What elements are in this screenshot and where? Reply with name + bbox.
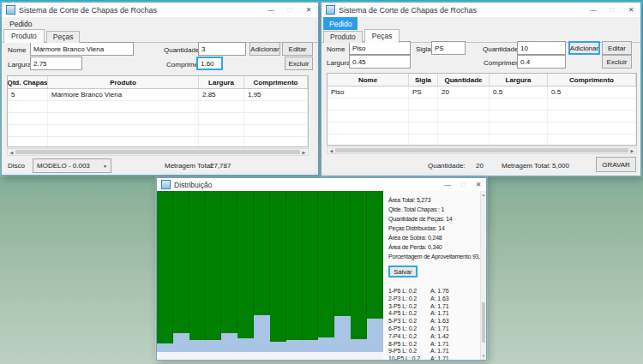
titlebar[interactable]: Sistema de Corte de Chapas de Rochas — □… bbox=[2, 3, 318, 17]
app-icon bbox=[326, 5, 335, 15]
piece-list-item: 2-P3 L: 0.2A: 1.63 bbox=[388, 295, 480, 303]
table-row[interactable]: Piso PS 20 0.5 0.5 bbox=[328, 87, 636, 98]
titlebar[interactable]: Sistema de Corte de Chapas de Rochas — □… bbox=[322, 3, 640, 17]
gravar-button[interactable]: GRAVAR bbox=[596, 157, 636, 172]
piece-altura: A: 1.76 bbox=[430, 288, 448, 295]
table-hscrollbar[interactable]: ◀ ▶ bbox=[7, 148, 309, 156]
largura-input[interactable]: 0.45 bbox=[349, 55, 411, 69]
piece-list-item: 10-P5 L: 0.2A: 1.71 bbox=[388, 355, 480, 360]
editar-button[interactable]: Editar bbox=[282, 42, 313, 56]
piece-bar-10 bbox=[303, 191, 319, 340]
table-empty-row bbox=[328, 122, 636, 134]
adicionar-button[interactable]: Adicionar bbox=[568, 41, 600, 55]
piece-bar-1 bbox=[157, 191, 173, 343]
tab-pecas[interactable]: Peças bbox=[364, 29, 400, 43]
quantidade-input[interactable]: 10 bbox=[517, 41, 566, 55]
menu-pedido[interactable]: Pedido bbox=[3, 17, 38, 30]
results-panel: Área Total: 5,273 Qtde. Total Chapas : 1… bbox=[383, 191, 480, 360]
table-empty-row bbox=[328, 98, 636, 110]
menu-pedido[interactable]: Pedido bbox=[323, 17, 358, 30]
col-sigla[interactable]: Sigla bbox=[409, 74, 438, 86]
stat-pecas-distribuidas: Peças Distribuídas: 14 bbox=[388, 224, 480, 233]
quantidade-label: Quantidade bbox=[483, 45, 518, 53]
salvar-button[interactable]: Salvar bbox=[388, 266, 418, 277]
slab-cutting-layout bbox=[157, 191, 383, 352]
nome-input[interactable]: Piso bbox=[349, 41, 411, 55]
metragem-value: 5,000 bbox=[552, 162, 569, 170]
piece-list-item: 1-P6 L: 0.2A: 1.76 bbox=[388, 288, 480, 295]
scroll-left-icon[interactable]: ◀ bbox=[328, 147, 335, 153]
scroll-down-icon[interactable]: ▼ bbox=[481, 352, 486, 360]
tab-produto[interactable]: Produto bbox=[3, 29, 45, 43]
piece-altura: A: 1.63 bbox=[430, 295, 448, 303]
scroll-right-icon[interactable]: ▶ bbox=[628, 147, 636, 153]
piece-altura: A: 1.42 bbox=[430, 333, 448, 341]
scroll-right-icon[interactable]: ▶ bbox=[300, 149, 308, 155]
piece-bar-3 bbox=[189, 191, 206, 340]
titlebar[interactable]: Distribuição — □ ✕ bbox=[157, 178, 486, 191]
scroll-up-icon[interactable]: ▲ bbox=[481, 191, 486, 199]
disco-label: Disco bbox=[8, 162, 25, 170]
scrollbar-thumb[interactable] bbox=[482, 302, 485, 343]
piece-altura: A: 1.71 bbox=[430, 348, 448, 355]
desktop: Sistema de Corte de Chapas de Rochas — □… bbox=[0, 0, 643, 364]
nome-label: Nome bbox=[327, 45, 345, 53]
tab-pecas[interactable]: Peças bbox=[46, 31, 81, 43]
minimize-button[interactable]: — bbox=[261, 3, 280, 17]
piece-bar-13 bbox=[351, 191, 367, 339]
metragem-label: Metragem Total: bbox=[165, 162, 213, 170]
close-button[interactable]: ✕ bbox=[622, 3, 640, 17]
table-hscrollbar[interactable]: ◀ ▶ bbox=[327, 146, 637, 154]
comprimento-input[interactable]: 1.60 bbox=[196, 57, 223, 70]
col-nome[interactable]: Nome bbox=[328, 74, 409, 86]
close-button[interactable]: ✕ bbox=[299, 3, 318, 17]
largura-label: Largura bbox=[8, 61, 32, 69]
stat-area-total: Área Total: 5,273 bbox=[388, 195, 480, 205]
scrollbar-thumb[interactable] bbox=[15, 150, 300, 154]
stat-aproveitamento: Porcentagem de Aproveitamento 93,302 % bbox=[388, 252, 480, 261]
disco-combobox[interactable]: MODELO - 0.003 ▼ bbox=[33, 158, 111, 173]
stat-total-chapas: Qtde. Total Chapas : 1 bbox=[388, 205, 480, 214]
sigla-input[interactable]: PS bbox=[431, 41, 466, 55]
minimize-button[interactable]: — bbox=[584, 3, 603, 17]
table-row[interactable]: 5 Mármore Branco Viena 2.85 1.95 bbox=[8, 89, 308, 101]
col-comprimento[interactable]: Comprimento bbox=[548, 74, 636, 86]
scroll-left-icon[interactable]: ◀ bbox=[8, 149, 15, 155]
col-largura[interactable]: Largura bbox=[199, 76, 244, 88]
scrollbar-thumb[interactable] bbox=[335, 148, 628, 152]
tab-produto[interactable]: Produto bbox=[323, 31, 363, 43]
col-quantidade[interactable]: Quantidade bbox=[438, 74, 490, 86]
piece-id-largura: 2-P3 L: 0.2 bbox=[388, 295, 430, 303]
close-button[interactable]: ✕ bbox=[471, 178, 486, 191]
col-produto[interactable]: Produto bbox=[48, 76, 199, 88]
piece-bar-2 bbox=[173, 191, 189, 333]
panel-vscrollbar[interactable]: ▲ ▼ bbox=[480, 191, 486, 360]
col-qtd-chapas[interactable]: Qtd. Chapas bbox=[8, 76, 48, 88]
table-empty-row bbox=[8, 113, 308, 125]
pieces-list: 1-P6 L: 0.2A: 1.762-P3 L: 0.2A: 1.633-P5… bbox=[388, 288, 480, 360]
excluir-button[interactable]: Excluir bbox=[285, 57, 313, 70]
adicionar-button[interactable]: Adicionar bbox=[249, 42, 280, 56]
piece-id-largura: 7-P4 L: 0.2 bbox=[388, 333, 430, 341]
editar-button[interactable]: Editar bbox=[602, 41, 632, 55]
piece-altura: A: 1.71 bbox=[430, 325, 448, 333]
piece-altura: A: 1.71 bbox=[430, 303, 448, 311]
pecas-table: Nome Sigla Quantidade Largura Compriment… bbox=[327, 73, 637, 146]
window-distribuicao: Distribuição — □ ✕ Área Total: 5,273 Qtd… bbox=[156, 177, 487, 361]
quantidade-input[interactable]: 3 bbox=[198, 42, 246, 56]
menubar: Pedido bbox=[322, 17, 640, 30]
menubar: Pedido bbox=[2, 17, 318, 30]
piece-id-largura: 6-P5 L: 0.2 bbox=[388, 325, 430, 333]
nome-input[interactable]: Mármore Branco Viena bbox=[30, 42, 134, 56]
minimize-button[interactable]: — bbox=[440, 178, 455, 191]
col-largura[interactable]: Largura bbox=[490, 74, 548, 86]
window-pecas: Sistema de Corte de Chapas de Rochas — □… bbox=[321, 2, 641, 176]
piece-list-item: 8-P5 L: 0.2A: 1.71 bbox=[388, 341, 480, 349]
largura-input[interactable]: 2.75 bbox=[30, 57, 82, 70]
col-comprimento[interactable]: Comprimento bbox=[244, 76, 308, 88]
excluir-button[interactable]: Excluir bbox=[602, 55, 632, 69]
stat-area-perda: Área de Perda: 0,340 bbox=[388, 242, 480, 252]
quantidade-total-label: Quantidade: bbox=[428, 162, 466, 170]
metragem-label: Metragem Total: bbox=[502, 162, 550, 170]
comprimento-input[interactable]: 0.4 bbox=[517, 55, 566, 69]
